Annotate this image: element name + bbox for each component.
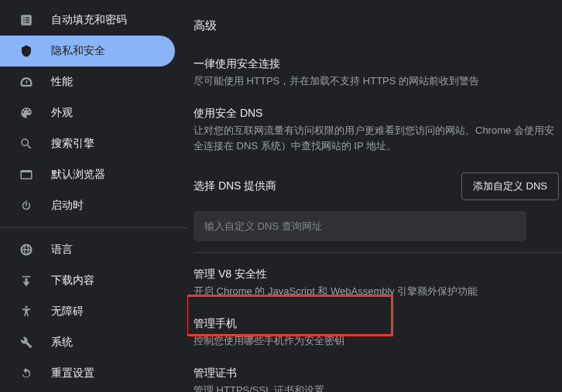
autofill-icon: [19, 12, 34, 28]
sidebar-item-download[interactable]: 下载内容: [0, 265, 175, 296]
sidebar-item-browser[interactable]: 默认浏览器: [0, 159, 175, 190]
sidebar-item-label: 隐私和安全: [51, 44, 105, 58]
row-v8[interactable]: 管理 V8 安全性 开启 Chrome 的 JavaScript 和 WebAs…: [194, 261, 562, 310]
sidebar-item-gauge[interactable]: 性能: [0, 66, 175, 97]
row-title: 管理 V8 安全性: [194, 265, 562, 282]
row-desc: 让对您的互联网流量有访问权限的用户更难看到您访问的网站。Chrome 会使用安全…: [194, 123, 562, 154]
wrench-icon: [19, 335, 34, 350]
sidebar-item-shield[interactable]: 隐私和安全: [0, 36, 175, 66]
search-icon: [19, 136, 34, 152]
sidebar-item-label: 默认浏览器: [51, 168, 105, 182]
reset-icon: [19, 366, 34, 381]
dns-provider-label: 选择 DNS 提供商: [194, 179, 276, 193]
shield-icon: [19, 43, 34, 59]
sidebar-item-label: 重置设置: [51, 366, 94, 380]
divider: [194, 252, 562, 253]
row-manage-phone[interactable]: 管理手机 控制您使用哪些手机作为安全密钥: [194, 310, 562, 360]
gauge-icon: [19, 74, 34, 90]
row-desc: 控制您使用哪些手机作为安全密钥: [194, 333, 562, 349]
sidebar: 自动填充和密码隐私和安全性能外观搜索引擎默认浏览器启动时语言下载内容无障碍系统重…: [0, 0, 187, 392]
sidebar-item-label: 性能: [51, 75, 73, 89]
dns-url-input[interactable]: [194, 211, 526, 241]
globe-icon: [19, 242, 34, 257]
sidebar-item-wrench[interactable]: 系统: [0, 327, 175, 358]
accessibility-icon: [19, 304, 34, 319]
row-https[interactable]: 一律使用安全连接 尽可能使用 HTTPS，并在加载不支持 HTTPS 的网站前收…: [194, 50, 562, 100]
sidebar-item-globe[interactable]: 语言: [0, 234, 175, 265]
divider: [0, 227, 187, 228]
browser-icon: [19, 167, 34, 182]
row-desc: 管理 HTTPS/SSL 证书和设置: [194, 383, 562, 392]
row-manage-certificates[interactable]: 管理证书 管理 HTTPS/SSL 证书和设置: [194, 360, 562, 392]
row-desc: 开启 Chrome 的 JavaScript 和 WebAssembly 引擎额…: [194, 284, 562, 299]
sidebar-item-power[interactable]: 启动时: [0, 190, 175, 221]
sidebar-item-accessibility[interactable]: 无障碍: [0, 296, 175, 327]
sidebar-item-label: 启动时: [51, 199, 84, 213]
row-title: 管理手机: [194, 315, 562, 332]
add-custom-dns-button[interactable]: 添加自定义 DNS: [461, 172, 559, 200]
sidebar-item-autofill[interactable]: 自动填充和密码: [0, 5, 175, 36]
sidebar-item-label: 语言: [51, 243, 73, 257]
sidebar-item-label: 系统: [51, 336, 73, 349]
power-icon: [19, 198, 34, 213]
main-content: 高级 一律使用安全连接 尽可能使用 HTTPS，并在加载不支持 HTTPS 的网…: [187, 0, 562, 392]
sidebar-item-label: 下载内容: [51, 274, 94, 288]
sidebar-item-label: 自动填充和密码: [51, 13, 127, 27]
row-title: 一律使用安全连接: [194, 55, 562, 72]
row-secure-dns[interactable]: 使用安全 DNS 让对您的互联网流量有访问权限的用户更难看到您访问的网站。Chr…: [194, 100, 562, 165]
sidebar-item-search[interactable]: 搜索引擎: [0, 128, 175, 159]
row-title: 管理证书: [194, 364, 562, 381]
sidebar-item-reset[interactable]: 重置设置: [0, 358, 175, 389]
sidebar-item-label: 无障碍: [51, 305, 84, 319]
row-dns-provider: 选择 DNS 提供商 添加自定义 DNS: [194, 165, 562, 211]
row-desc: 尽可能使用 HTTPS，并在加载不支持 HTTPS 的网站前收到警告: [194, 73, 562, 89]
sidebar-item-label: 搜索引擎: [51, 137, 94, 151]
advanced-heading: 高级: [194, 19, 562, 33]
download-icon: [19, 273, 34, 288]
sidebar-item-label: 外观: [51, 106, 73, 120]
paint-icon: [19, 105, 34, 121]
sidebar-item-paint[interactable]: 外观: [0, 97, 175, 128]
row-title: 使用安全 DNS: [194, 104, 562, 121]
